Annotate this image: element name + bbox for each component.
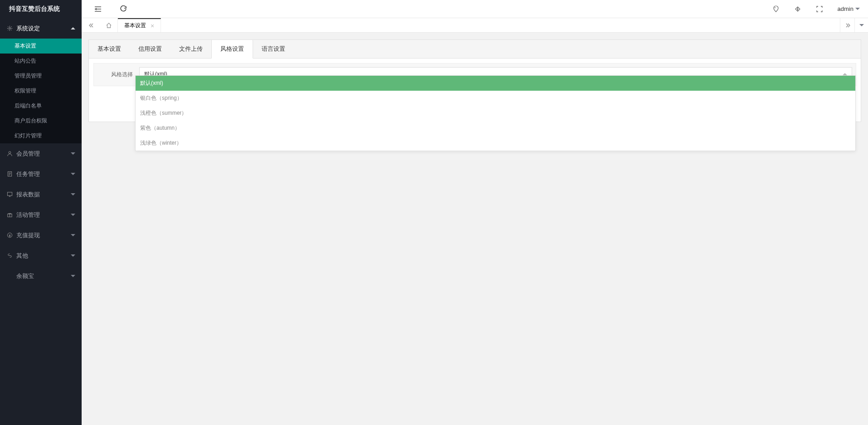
inner-tab-3[interactable]: 风格设置 xyxy=(211,40,253,59)
tab-bar: 基本设置 × xyxy=(82,18,868,33)
chevron-down-icon xyxy=(71,193,75,195)
inner-tab-2[interactable]: 文件上传 xyxy=(171,40,211,58)
menu-group-label: 活动管理 xyxy=(16,211,40,219)
triangle-up-icon xyxy=(843,73,847,75)
menu-item-0-6[interactable]: 幻灯片管理 xyxy=(0,128,82,143)
tab-basic-settings[interactable]: 基本设置 × xyxy=(118,18,161,32)
chevron-up-icon xyxy=(71,27,75,29)
menu-group-3[interactable]: 报表数据 xyxy=(0,184,82,205)
style-dropdown: 默认(xml)银白色（spring）浅橙色（summer）紫色（autumn）浅… xyxy=(135,75,856,151)
menu-group-label: 会员管理 xyxy=(16,150,40,158)
coin-icon xyxy=(6,232,13,239)
menu-group-label: 充值提现 xyxy=(16,231,40,239)
inner-tab-1[interactable]: 信用设置 xyxy=(130,40,171,58)
menu-group-label: 系统设定 xyxy=(16,24,40,33)
menu-group-7[interactable]: 余额宝 xyxy=(0,266,82,286)
menu-toggle-icon[interactable] xyxy=(94,5,102,13)
dropdown-option-2[interactable]: 浅橙色（summer） xyxy=(136,106,855,121)
note-icon[interactable] xyxy=(794,5,801,13)
dropdown-option-4[interactable]: 浅绿色（winter） xyxy=(136,136,855,151)
menu-group-label: 任务管理 xyxy=(16,170,40,178)
user-name: admin xyxy=(838,5,853,12)
menu-item-0-4[interactable]: 后端白名单 xyxy=(0,98,82,113)
chevron-down-icon xyxy=(71,254,75,257)
menu-item-0-2[interactable]: 管理员管理 xyxy=(0,68,82,83)
link-icon xyxy=(6,253,13,259)
tab-label: 基本设置 xyxy=(124,22,146,29)
app-title: 抖音互赞后台系统 xyxy=(0,0,82,18)
inner-tab-0[interactable]: 基本设置 xyxy=(89,40,130,58)
gear-icon xyxy=(6,25,13,32)
menu-item-0-5[interactable]: 商户后台权限 xyxy=(0,113,82,128)
menu-group-4[interactable]: 活动管理 xyxy=(0,205,82,225)
menu-group-label: 报表数据 xyxy=(16,191,40,199)
menu-group-0[interactable]: 系统设定 xyxy=(0,18,82,39)
dropdown-option-0[interactable]: 默认(xml) xyxy=(136,76,855,91)
user-icon xyxy=(6,151,13,157)
content-area: 基本设置信用设置文件上传风格设置语言设置 风格选择 默认(xml) xyxy=(82,33,868,425)
chevron-down-icon xyxy=(855,8,860,10)
top-header: admin xyxy=(82,0,868,18)
tabs-prev-button[interactable] xyxy=(82,18,100,32)
doc-icon xyxy=(6,171,13,177)
svg-point-6 xyxy=(775,7,775,8)
svg-rect-3 xyxy=(7,192,12,195)
style-select-label: 风格选择 xyxy=(94,71,139,78)
blank-icon xyxy=(6,273,13,279)
gift-icon xyxy=(6,212,13,218)
menu-item-0-0[interactable]: 基本设置 xyxy=(0,39,82,54)
tab-close-icon[interactable]: × xyxy=(151,22,154,29)
fullscreen-icon[interactable] xyxy=(816,5,823,13)
dropdown-option-1[interactable]: 银白色（spring） xyxy=(136,91,855,106)
menu-item-0-1[interactable]: 站内公告 xyxy=(0,54,82,68)
svg-point-0 xyxy=(9,28,10,29)
theme-icon[interactable] xyxy=(772,5,780,13)
chevron-down-icon xyxy=(71,275,75,277)
sidebar: 抖音互赞后台系统 系统设定基本设置站内公告管理员管理权限管理后端白名单商户后台权… xyxy=(0,0,82,425)
svg-point-7 xyxy=(797,8,798,10)
tabs-menu-button[interactable] xyxy=(854,18,868,32)
chevron-down-icon xyxy=(859,24,864,26)
dropdown-option-3[interactable]: 紫色（autumn） xyxy=(136,121,855,136)
main-area: admin 基本设置 × xyxy=(82,0,868,425)
monitor-icon xyxy=(6,191,13,198)
chevron-down-icon xyxy=(71,234,75,236)
chevron-down-icon xyxy=(71,152,75,155)
tabs-next-button[interactable] xyxy=(840,18,854,32)
menu-group-6[interactable]: 其他 xyxy=(0,245,82,266)
menu-item-0-3[interactable]: 权限管理 xyxy=(0,83,82,98)
menu-group-label: 余额宝 xyxy=(16,272,34,280)
chevron-down-icon xyxy=(71,214,75,216)
user-menu[interactable]: admin xyxy=(838,5,860,12)
inner-tabs: 基本设置信用设置文件上传风格设置语言设置 xyxy=(89,40,861,59)
menu-group-2[interactable]: 任务管理 xyxy=(0,164,82,184)
tab-home[interactable] xyxy=(100,18,118,32)
menu-group-1[interactable]: 会员管理 xyxy=(0,143,82,164)
inner-tab-4[interactable]: 语言设置 xyxy=(253,40,294,58)
refresh-icon[interactable] xyxy=(120,5,127,13)
menu-group-label: 其他 xyxy=(16,252,28,260)
menu-group-5[interactable]: 充值提现 xyxy=(0,225,82,245)
chevron-down-icon xyxy=(71,173,75,175)
svg-point-1 xyxy=(9,151,11,154)
